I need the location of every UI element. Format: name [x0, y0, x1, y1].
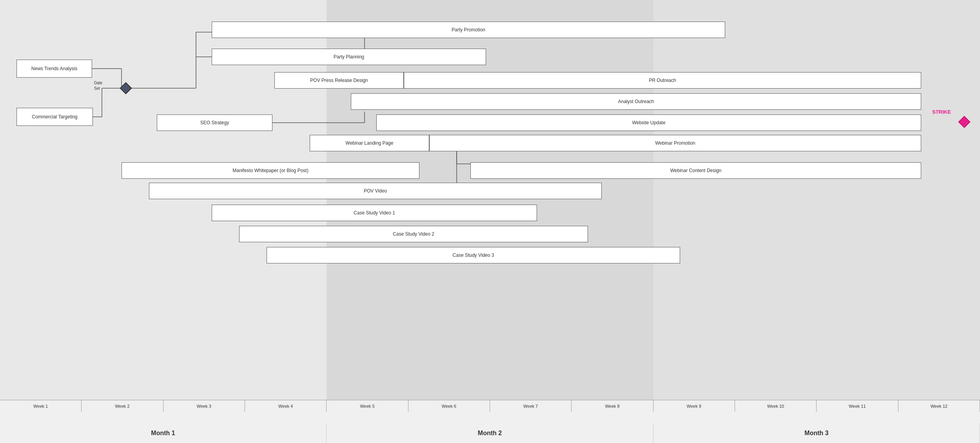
gantt-chart: Party Promotion Party Planning POV Press…: [0, 0, 980, 443]
case-study-2-task: Case Study Video 2: [239, 226, 588, 242]
webinar-landing-task: Webinar Landing Page: [310, 135, 429, 151]
webinar-content-task: Webinar Content Design: [470, 162, 921, 179]
case-study-1-task: Case Study Video 1: [212, 205, 537, 221]
week-3: Week 3: [163, 400, 245, 412]
week-4: Week 4: [245, 400, 327, 412]
month3-label: Month 3: [653, 423, 980, 443]
date-set-label: DateSet: [94, 80, 102, 91]
week-12: Week 12: [898, 400, 980, 412]
analyst-outreach-task: Analyst Outreach: [351, 93, 921, 110]
strike-label: STRIKE: [932, 109, 951, 115]
week-2: Week 2: [82, 400, 163, 412]
week-7: Week 7: [490, 400, 572, 412]
case-study-3-task: Case Study Video 3: [267, 247, 680, 263]
party-planning-task: Party Planning: [212, 49, 486, 65]
week-11: Week 11: [817, 400, 898, 412]
week-6: Week 6: [408, 400, 490, 412]
month1-label: Month 1: [0, 423, 327, 443]
week-5: Week 5: [327, 400, 408, 412]
manifesto-task: Manifesto Whitepaper (or Blog Post): [122, 162, 419, 179]
party-promotion-task: Party Promotion: [212, 22, 725, 38]
pov-press-release-task: POV Press Release Design: [274, 72, 404, 89]
week-8: Week 8: [572, 400, 653, 412]
week-10: Week 10: [735, 400, 817, 412]
commercial-targeting-task: Commercial Targeting: [16, 108, 93, 126]
week-1: Week 1: [0, 400, 82, 412]
news-trends-task: News Trends Analysis: [16, 60, 92, 78]
webinar-promotion-task: Webinar Promotion: [429, 135, 921, 151]
week-timeline: Week 1 Week 2 Week 3 Week 4 Week 5 Week …: [0, 400, 980, 412]
pr-outreach-task: PR Outreach: [404, 72, 921, 89]
week-9: Week 9: [653, 400, 735, 412]
month2-label: Month 2: [327, 423, 653, 443]
website-update-task: Website Update: [376, 114, 921, 131]
seo-strategy-task: SEO Strategy: [157, 114, 272, 131]
pov-video-task: POV Video: [149, 183, 602, 199]
month3-background: [653, 0, 980, 412]
month-labels: Month 1 Month 2 Month 3: [0, 423, 980, 443]
